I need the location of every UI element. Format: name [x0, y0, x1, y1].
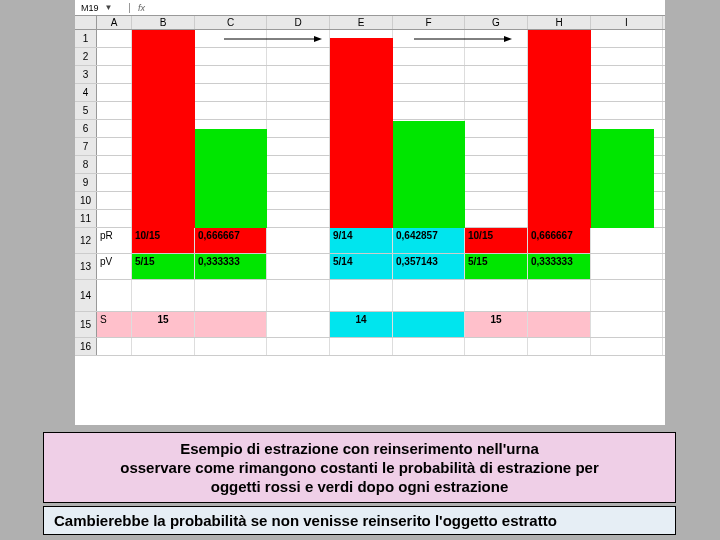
row-header[interactable]: 10	[75, 192, 97, 209]
col-header-a[interactable]: A	[97, 16, 132, 29]
row-header[interactable]: 2	[75, 48, 97, 65]
cell-pv-e[interactable]: 5/14	[330, 254, 393, 279]
formula-area[interactable]: fx	[130, 3, 665, 13]
caption-line: oggetti rossi e verdi dopo ogni estrazio…	[58, 477, 661, 496]
row-header[interactable]: 1	[75, 30, 97, 47]
grid-body: 1 2 3 4 5 6 7 8 9 10 11 12 pR 10/15 0,66…	[75, 30, 665, 356]
cell-s-e[interactable]: 14	[330, 312, 393, 337]
col-header-f[interactable]: F	[393, 16, 465, 29]
col-header-d[interactable]: D	[267, 16, 330, 29]
col-header-h[interactable]: H	[528, 16, 591, 29]
cell-pv-f[interactable]: 0,357143	[393, 254, 465, 279]
cell-pr-g[interactable]: 10/15	[465, 228, 528, 253]
fx-icon: fx	[138, 3, 145, 13]
cell-pr-c[interactable]: 0,666667	[195, 228, 267, 253]
row-header[interactable]: 6	[75, 120, 97, 137]
cell-pr-f[interactable]: 0,642857	[393, 228, 465, 253]
col-header-g[interactable]: G	[465, 16, 528, 29]
label-s[interactable]: S	[97, 312, 132, 337]
cell-pr-b[interactable]: 10/15	[132, 228, 195, 253]
caption-line: Esempio di estrazione con reinserimento …	[58, 439, 661, 458]
row-header[interactable]: 7	[75, 138, 97, 155]
caption-line: osservare come rimangono costanti le pro…	[58, 458, 661, 477]
cell-pv-b[interactable]: 5/15	[132, 254, 195, 279]
cell-pr-h[interactable]: 0,666667	[528, 228, 591, 253]
cell-s-g[interactable]: 15	[465, 312, 528, 337]
cell-pr-e[interactable]: 9/14	[330, 228, 393, 253]
row-header[interactable]: 12	[75, 228, 97, 253]
caption-note: Cambierebbe la probabilità se non veniss…	[43, 506, 676, 535]
formula-bar-row: M19 ▼ fx	[75, 0, 665, 16]
label-pv[interactable]: pV	[97, 254, 132, 279]
cell-pv-c[interactable]: 0,333333	[195, 254, 267, 279]
row-header[interactable]: 9	[75, 174, 97, 191]
spreadsheet-window: M19 ▼ fx A B C D E F G H I 1 2 3 4 5 6 7…	[75, 0, 665, 425]
row-s: 15 S 15 14 15	[75, 312, 665, 338]
col-header-b[interactable]: B	[132, 16, 195, 29]
cell-pv-g[interactable]: 5/15	[465, 254, 528, 279]
row-header[interactable]: 5	[75, 102, 97, 119]
cell-s-b[interactable]: 15	[132, 312, 195, 337]
row-header[interactable]: 4	[75, 84, 97, 101]
cell-pv-h[interactable]: 0,333333	[528, 254, 591, 279]
row-header[interactable]: 16	[75, 338, 97, 355]
column-headers: A B C D E F G H I	[75, 16, 665, 30]
col-header-e[interactable]: E	[330, 16, 393, 29]
col-header-i[interactable]: I	[591, 16, 663, 29]
row-header[interactable]: 13	[75, 254, 97, 279]
name-box[interactable]: M19 ▼	[75, 3, 130, 13]
row-header[interactable]: 11	[75, 210, 97, 227]
label-pr[interactable]: pR	[97, 228, 132, 253]
row-pv: 13 pV 5/15 0,333333 5/14 0,357143 5/15 0…	[75, 254, 665, 280]
row-header[interactable]: 8	[75, 156, 97, 173]
name-box-ref: M19	[81, 3, 99, 13]
caption-example: Esempio di estrazione con reinserimento …	[43, 432, 676, 503]
col-header-c[interactable]: C	[195, 16, 267, 29]
row-header[interactable]: 3	[75, 66, 97, 83]
row-header[interactable]: 15	[75, 312, 97, 337]
row-pr: 12 pR 10/15 0,666667 9/14 0,642857 10/15…	[75, 228, 665, 254]
dropdown-icon[interactable]: ▼	[105, 3, 113, 12]
select-all-corner[interactable]	[75, 16, 97, 29]
row-header[interactable]: 14	[75, 280, 97, 311]
